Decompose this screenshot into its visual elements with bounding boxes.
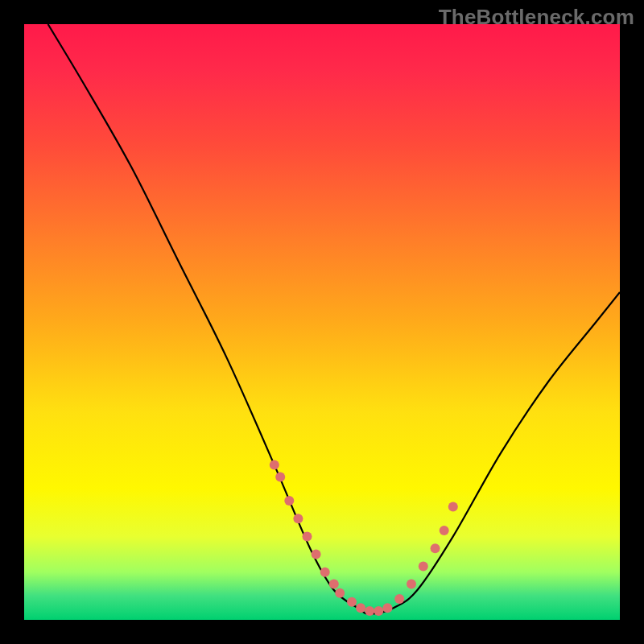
highlight-dot (347, 597, 357, 607)
highlight-dot (312, 550, 321, 559)
highlight-dot (365, 606, 374, 616)
curve-path-group (48, 24, 620, 614)
highlight-dot (303, 531, 312, 541)
highlight-dot (270, 460, 279, 470)
highlight-dot (448, 502, 458, 511)
highlight-dot (356, 603, 365, 613)
highlight-dot (329, 580, 339, 589)
highlight-dot (440, 526, 449, 535)
highlight-dots (270, 460, 458, 616)
highlight-dot (293, 514, 303, 523)
highlight-dot (407, 580, 416, 589)
highlight-dot (284, 496, 294, 506)
highlight-dot (382, 603, 392, 613)
highlight-dot (275, 472, 285, 481)
chart-svg (24, 24, 620, 620)
highlight-dot (419, 561, 428, 571)
highlight-dot (335, 588, 345, 598)
chart-frame: TheBottleneck.com (0, 0, 644, 644)
plot-area (24, 24, 620, 620)
highlight-dot (374, 606, 383, 616)
highlight-dot (394, 594, 404, 604)
watermark-text: TheBottleneck.com (439, 5, 634, 30)
main-curve (48, 24, 620, 614)
highlight-dot (320, 568, 330, 577)
highlight-dot (431, 543, 440, 553)
